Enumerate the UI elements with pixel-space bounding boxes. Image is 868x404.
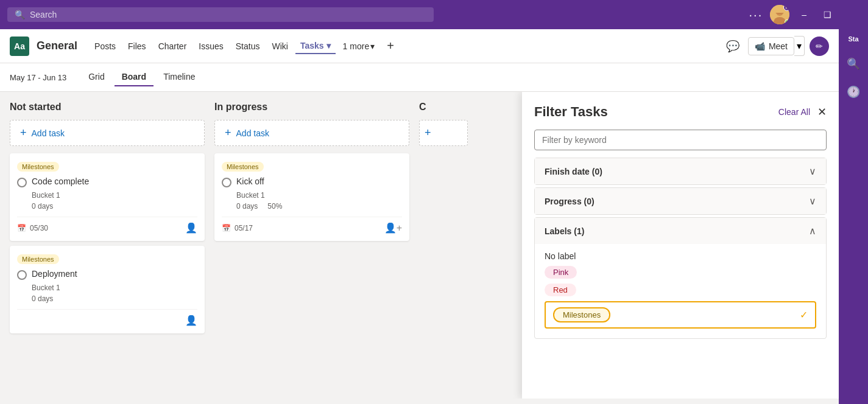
task-progress: 50% (267, 202, 282, 211)
nav-add-tab[interactable]: + (382, 37, 399, 55)
nav-files[interactable]: Files (123, 39, 151, 54)
assign-button[interactable]: 👤 (185, 222, 197, 234)
filter-section-finish-date-header[interactable]: Finish date (0) ∨ (535, 158, 826, 184)
avatar-badge: P (783, 5, 789, 11)
label-option-pink[interactable]: Pink (545, 266, 816, 279)
label-option-no-label[interactable]: No label (545, 251, 816, 261)
task-badge: Milestones (17, 254, 59, 264)
task-footer: 📅 05/30 👤 (17, 217, 197, 234)
nav-wiki[interactable]: Wiki (267, 39, 292, 54)
side-strip-sta[interactable]: Sta (842, 29, 864, 49)
channel-name: General (37, 40, 77, 52)
tab-grid[interactable]: Grid (81, 68, 111, 86)
restore-button[interactable]: ❑ (819, 7, 836, 22)
side-strip-activity[interactable]: 🕐 (841, 79, 866, 105)
keyword-filter-input[interactable] (534, 130, 827, 150)
column-title-not-started: Not started (10, 102, 205, 113)
presence-dot (785, 19, 789, 24)
search-icon: 🔍 (15, 10, 25, 19)
column-completed: C + (419, 102, 468, 389)
clear-all-button[interactable]: Clear All (778, 107, 810, 117)
add-icon: + (20, 127, 27, 139)
meet-button-group: 📹 Meet ▾ (748, 36, 805, 56)
nav-charter[interactable]: Charter (153, 39, 192, 54)
meet-camera-icon: 📹 (755, 41, 765, 51)
task-days: 0 days (32, 294, 197, 303)
calendar-icon: 📅 (222, 224, 231, 232)
task-card: Milestones Deployment Bucket 1 0 days 👤 (10, 246, 205, 333)
channel-icon: Aa (10, 37, 29, 56)
nav-more[interactable]: 1 more ▾ (338, 39, 380, 54)
task-footer: 👤 (17, 309, 197, 326)
avatar[interactable]: P (770, 5, 789, 24)
labels-label: Labels (1) (545, 226, 584, 236)
task-area: May 17 - Jun 13 Grid Board Timeline Not … (0, 63, 839, 404)
column-title-completed: C (419, 102, 468, 113)
milestones-selected-row[interactable]: Milestones ✓ (545, 301, 816, 329)
task-title: Deployment (32, 269, 77, 279)
task-days: 0 days (32, 202, 197, 211)
meet-label: Meet (769, 41, 788, 51)
minimize-button[interactable]: – (797, 7, 811, 22)
side-strip: Sta 🔍 🕐 (839, 0, 868, 404)
chat-icon-button[interactable]: 💬 (722, 36, 743, 57)
filter-title: Filter Tasks (534, 104, 608, 120)
task-checkbox[interactable] (222, 178, 231, 187)
task-checkbox[interactable] (17, 178, 27, 187)
filter-section-progress-header[interactable]: Progress (0) ∨ (535, 188, 826, 214)
board-area: Not started + Add task Milestones Code c… (0, 92, 839, 399)
add-task-label: Add task (236, 128, 269, 138)
tab-timeline[interactable]: Timeline (156, 68, 202, 86)
assign-button[interactable]: 👤 (185, 315, 197, 326)
filter-header: Filter Tasks Clear All ✕ (534, 104, 827, 120)
no-label-text: No label (545, 251, 576, 261)
nav-posts[interactable]: Posts (90, 39, 121, 54)
task-title-row: Deployment (17, 269, 197, 280)
channel-header: Aa General Posts Files Charter Issues St… (0, 29, 839, 63)
filter-header-right: Clear All ✕ (778, 105, 827, 119)
date-range: May 17 - Jun 13 (10, 73, 66, 82)
pink-pill[interactable]: Pink (545, 266, 577, 279)
task-title-row: Code complete (17, 176, 197, 187)
add-icon: + (225, 127, 231, 139)
finish-date-label: Finish date (0) (545, 167, 602, 176)
task-checkbox[interactable] (17, 270, 27, 280)
task-title-row: Kick off (222, 176, 402, 187)
channel-right: 💬 📹 Meet ▾ ✏ (722, 36, 829, 57)
nav-tasks[interactable]: Tasks ▾ (295, 38, 336, 54)
filter-section-progress: Progress (0) ∨ (534, 187, 827, 215)
task-days: 0 days 50% (236, 202, 402, 211)
side-strip-search[interactable]: 🔍 (841, 51, 866, 77)
progress-label: Progress (0) (545, 197, 595, 206)
red-pill[interactable]: Red (545, 284, 576, 296)
top-bar: 🔍 Search ··· P – ❑ ✕ (0, 0, 868, 29)
filter-section-labels-header[interactable]: Labels (1) ∧ (535, 218, 826, 244)
column-not-started: Not started + Add task Milestones Code c… (10, 102, 205, 389)
task-date: 📅 05/30 (17, 224, 48, 232)
label-option-red[interactable]: Red (545, 284, 816, 296)
tab-board[interactable]: Board (115, 68, 153, 86)
nav-issues[interactable]: Issues (194, 39, 228, 54)
task-title: Code complete (32, 176, 89, 186)
add-task-in-progress[interactable]: + Add task (214, 120, 409, 146)
task-bucket: Bucket 1 (32, 191, 197, 200)
filter-labels-body: No label Pink Red Milestones ✓ (535, 244, 826, 338)
more-options-button[interactable]: ··· (749, 8, 763, 22)
meet-button[interactable]: 📹 Meet (748, 37, 794, 55)
milestones-check-icon: ✓ (800, 309, 808, 321)
edit-button[interactable]: ✏ (810, 37, 829, 56)
column-title-in-progress: In progress (214, 102, 409, 113)
assign-button[interactable]: 👤+ (384, 222, 402, 234)
task-toolbar: May 17 - Jun 13 Grid Board Timeline (0, 63, 839, 92)
nav-status[interactable]: Status (231, 39, 265, 54)
meet-chevron[interactable]: ▾ (794, 36, 805, 56)
add-task-label: Add task (32, 128, 65, 138)
filter-close-button[interactable]: ✕ (817, 105, 827, 119)
add-task-not-started[interactable]: + Add task (10, 120, 205, 146)
add-task-completed[interactable]: + (419, 120, 468, 146)
search-box[interactable]: 🔍 Search (7, 7, 434, 22)
progress-chevron: ∨ (809, 195, 816, 207)
task-bucket: Bucket 1 (236, 191, 402, 200)
calendar-icon: 📅 (17, 224, 26, 232)
view-tabs: Grid Board Timeline (81, 68, 202, 86)
